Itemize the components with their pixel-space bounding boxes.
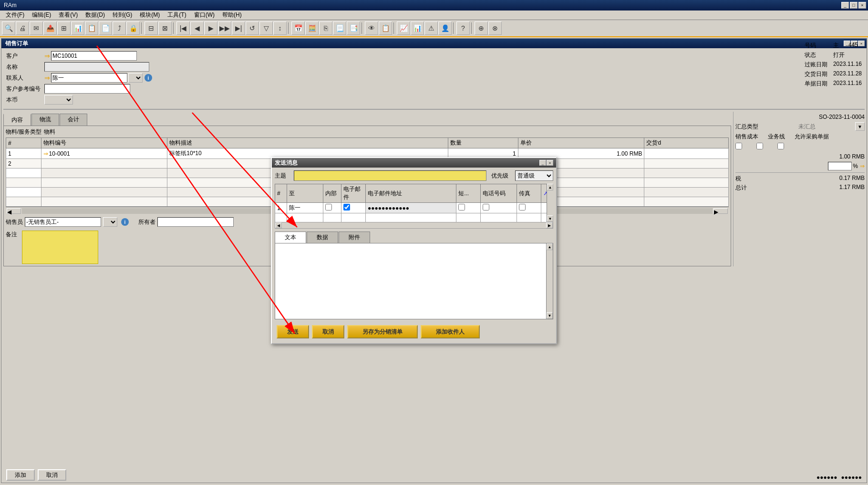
dialog-tab-text[interactable]: 文本 xyxy=(275,232,306,243)
menu-module[interactable]: 模块(M) xyxy=(136,10,164,20)
rcol-email-addr: 电子邮件地址 xyxy=(366,184,456,203)
vscroll-down[interactable]: ▼ xyxy=(547,215,553,222)
toolbar-extra1[interactable]: ⊕ xyxy=(475,21,488,35)
toolbar-copy[interactable]: 📋 xyxy=(85,21,98,35)
menu-edit[interactable]: 编辑(E) xyxy=(28,10,55,20)
rrow-phone xyxy=(480,203,517,213)
toolbar-print[interactable]: 🖨 xyxy=(16,21,29,35)
toolbar-email[interactable]: ✉ xyxy=(30,21,43,35)
toolbar-arrow[interactable]: ⤴ xyxy=(113,21,126,35)
internal-checkbox[interactable] xyxy=(325,204,332,211)
rrow-sms xyxy=(456,203,481,213)
rrow-email-addr: ●●●●●●●●●●●● xyxy=(366,203,456,213)
add-recipient-button[interactable]: 添加收件人 xyxy=(421,325,480,338)
separator-1 xyxy=(141,22,143,34)
recipient-vscroll[interactable]: ▲ ▼ xyxy=(547,184,553,222)
toolbar-calendar[interactable]: 📅 xyxy=(291,21,305,35)
recipient-hscroll[interactable]: ◀ ▶ xyxy=(275,222,553,229)
main-window: 销售订单 _ □ × 客户 ⇒ 名称 xyxy=(1,38,867,483)
cancel-dialog-button[interactable]: 取消 xyxy=(312,325,344,338)
toolbar-next2[interactable]: ▶▶ xyxy=(218,21,231,35)
message-text-area[interactable]: ▲ ▼ xyxy=(275,243,553,319)
phone-checkbox[interactable] xyxy=(483,204,489,211)
dialog-minimize[interactable]: _ xyxy=(539,160,546,166)
rcol-internal: 内部 xyxy=(323,184,341,203)
textarea-vscroll[interactable]: ▲ ▼ xyxy=(546,243,553,319)
tvscroll-track xyxy=(547,250,553,312)
dialog-tab-data[interactable]: 数据 xyxy=(307,232,338,243)
vscroll-track xyxy=(547,190,553,215)
minimize-button[interactable]: _ xyxy=(841,2,849,9)
close-button[interactable]: × xyxy=(858,2,866,9)
send-button[interactable]: 发送 xyxy=(277,325,309,338)
separator-3 xyxy=(288,22,290,34)
toolbar-doc[interactable]: 📃 xyxy=(333,21,346,35)
rrow-internal xyxy=(323,203,341,213)
toolbar-table[interactable]: ⊞ xyxy=(57,21,71,35)
rrow-num: 1 xyxy=(275,203,287,213)
toolbar-paste[interactable]: 📄 xyxy=(99,21,112,35)
dialog-tab-attachment[interactable]: 附件 xyxy=(339,232,370,243)
restore-button[interactable]: □ xyxy=(850,2,858,9)
toolbar-first[interactable]: |◀ xyxy=(176,21,190,35)
subject-input[interactable] xyxy=(294,170,486,181)
rhscroll-right[interactable]: ▶ xyxy=(546,222,553,228)
toolbar-next[interactable]: ▶ xyxy=(204,21,217,35)
separator-2 xyxy=(173,22,175,34)
recipient-row[interactable]: 1 陈一 ●●●●●●●●●●●● xyxy=(275,203,553,213)
toolbar-filter[interactable]: ▽ xyxy=(259,21,273,35)
rcol-sms: 短... xyxy=(456,184,481,203)
rhscroll-left[interactable]: ◀ xyxy=(275,222,282,228)
sms-checkbox[interactable] xyxy=(458,204,465,211)
menu-data[interactable]: 数据(D) xyxy=(82,10,109,20)
rrow-to: 陈一 xyxy=(287,203,323,213)
rcol-fax: 传真 xyxy=(517,184,541,203)
toolbar-refresh[interactable]: ↺ xyxy=(246,21,259,35)
toolbar-view[interactable]: 👁 xyxy=(365,21,378,35)
menu-goto[interactable]: 转到(G) xyxy=(109,10,136,20)
toolbar-lock[interactable]: 🔒 xyxy=(126,21,140,35)
toolbar-calculator[interactable]: 🧮 xyxy=(305,21,319,35)
toolbar-sort[interactable]: ↕ xyxy=(273,21,287,35)
menu-help[interactable]: 帮助(H) xyxy=(218,10,246,20)
email-checkbox[interactable] xyxy=(343,204,350,211)
dialog-close[interactable]: × xyxy=(547,160,553,166)
toolbar-user[interactable]: 👤 xyxy=(438,21,452,35)
toolbar-bar[interactable]: ⊠ xyxy=(158,21,172,35)
toolbar: 🔍 🖨 ✉ 📤 ⊞ 📊 📋 📄 ⤴ 🔒 ⊟ ⊠ |◀ ◀ ▶ ▶▶ ▶| ↺ ▽… xyxy=(0,20,868,37)
toolbar-prev[interactable]: ◀ xyxy=(190,21,204,35)
separator-5 xyxy=(393,22,395,34)
rcol-to: 至 xyxy=(287,184,323,203)
toolbar-export[interactable]: 📤 xyxy=(43,21,57,35)
toolbar-last[interactable]: ▶| xyxy=(232,21,245,35)
rcol-num: # xyxy=(275,184,287,203)
toolbar-chart[interactable]: 📈 xyxy=(397,21,410,35)
toolbar-doc2[interactable]: 📑 xyxy=(347,21,360,35)
menu-window[interactable]: 窗口(W) xyxy=(190,10,218,20)
dialog-title: 发送消息 xyxy=(275,159,539,167)
rcol-phone: 电话号码 xyxy=(480,184,517,203)
tvscroll-up[interactable]: ▲ xyxy=(547,243,553,250)
toolbar-copy2[interactable]: ⎘ xyxy=(319,21,332,35)
menu-tools[interactable]: 工具(T) xyxy=(164,10,190,20)
toolbar-alert[interactable]: ⚠ xyxy=(424,21,438,35)
toolbar-extra2[interactable]: ⊗ xyxy=(488,21,502,35)
fax-checkbox[interactable] xyxy=(519,204,526,211)
recipient-table: # 至 内部 电子邮件 电子邮件地址 短... 电话号码 传真 ↗ xyxy=(275,184,553,222)
toolbar-view2[interactable]: 📋 xyxy=(379,21,392,35)
toolbar-grid[interactable]: ⊟ xyxy=(145,21,158,35)
menu-file[interactable]: 文件(F) xyxy=(2,10,28,20)
vscroll-up[interactable]: ▲ xyxy=(547,184,553,190)
menu-view[interactable]: 查看(V) xyxy=(55,10,82,20)
separator-6 xyxy=(453,22,455,34)
toolbar-search[interactable]: 🔍 xyxy=(2,21,15,35)
toolbar-help[interactable]: ? xyxy=(456,21,470,35)
save-dist-button[interactable]: 另存为分销清单 xyxy=(347,325,418,338)
recipient-table-container: # 至 内部 电子邮件 电子邮件地址 短... 电话号码 传真 ↗ xyxy=(275,184,553,222)
dialog-buttons-bar: 发送 取消 另存为分销清单 添加收件人 xyxy=(275,323,553,340)
subject-label: 主题 xyxy=(275,172,294,180)
priority-select[interactable]: 普通级 高 低 xyxy=(515,170,553,181)
tvscroll-down[interactable]: ▼ xyxy=(547,312,553,319)
toolbar-report[interactable]: 📊 xyxy=(411,21,424,35)
toolbar-excel[interactable]: 📊 xyxy=(71,21,84,35)
